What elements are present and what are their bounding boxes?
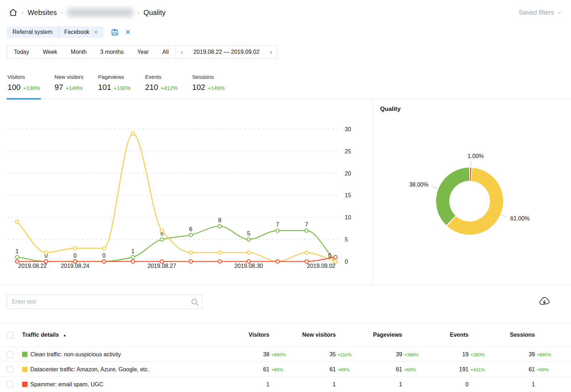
metric-tab-sessions[interactable]: Sessions102+149%	[192, 68, 224, 99]
metric-change: +138%	[23, 85, 40, 91]
filter-chip-label: Facebook	[64, 29, 89, 35]
breadcrumb-site-name-blurred[interactable]	[67, 8, 134, 17]
column-visitors[interactable]: Visitors	[221, 332, 288, 338]
metric-tab-new-visitors[interactable]: New visitors97+149%	[55, 68, 84, 99]
table-cell: 61+69%	[288, 366, 354, 373]
search-input[interactable]	[7, 295, 203, 309]
metric-tab-pageviews[interactable]: Pageviews101+130%	[98, 68, 131, 99]
prev-period-icon[interactable]: ‹	[176, 48, 188, 56]
svg-text:20: 20	[345, 170, 351, 177]
metric-label: New visitors	[55, 74, 84, 80]
table-row[interactable]: Clean traffic: non-suspicious activity38…	[0, 347, 571, 362]
preset-all[interactable]: All	[156, 49, 176, 55]
donut-label-datacenter-traffic: 61.00%	[510, 215, 530, 222]
filter-chip-facebook[interactable]: Facebook ✕	[58, 26, 103, 38]
quality-panel: Quality 1.00%61.00%38.00%	[373, 99, 571, 285]
metric-change: +412%	[161, 85, 177, 91]
donut-label-spammer: 1.00%	[468, 153, 484, 159]
column-pageviews[interactable]: Pageviews	[354, 332, 420, 338]
svg-text:0: 0	[102, 253, 106, 259]
filter-chip-group: Referral system Facebook ✕	[7, 26, 103, 38]
preset-3-months[interactable]: 3 months	[94, 49, 131, 55]
metric-value: 210	[145, 83, 158, 92]
time-range-bar: TodayWeekMonth3 monthsYearAll ‹ 2019.08.…	[7, 45, 277, 59]
table-cell: 35+11k%	[288, 351, 354, 358]
donut-label-clean-traffic: 38.00%	[409, 182, 428, 188]
svg-text:5: 5	[345, 236, 348, 243]
table-cell: 1	[221, 381, 288, 388]
svg-text:2019.08.22: 2019.08.22	[18, 263, 47, 269]
preset-week[interactable]: Week	[36, 49, 64, 55]
table-cell: 61+69%	[354, 366, 420, 373]
column-events[interactable]: Events	[420, 332, 487, 338]
table-cell: 1	[487, 381, 553, 388]
svg-text:1: 1	[16, 248, 19, 254]
table-cell: 38+660%	[221, 351, 288, 358]
metric-change: +130%	[113, 85, 130, 91]
quality-donut-chart[interactable]: 1.00%61.00%38.00%	[373, 99, 571, 285]
row-checkbox[interactable]	[7, 366, 13, 373]
sort-asc-icon: ▲	[63, 333, 66, 337]
row-checkbox[interactable]	[7, 351, 13, 358]
chevron-down-icon: ⌄	[557, 9, 562, 15]
table-cell: 39+680%	[487, 351, 553, 358]
breadcrumb-separator: ›	[61, 9, 62, 16]
table-body: Clean traffic: non-suspicious activity38…	[0, 347, 571, 392]
metric-value: 100	[7, 83, 21, 92]
column-new-visitors[interactable]: New visitors	[288, 332, 354, 338]
svg-text:1: 1	[131, 248, 135, 254]
svg-text:25: 25	[345, 148, 351, 154]
svg-text:7: 7	[276, 222, 279, 228]
preset-today[interactable]: Today	[7, 49, 36, 55]
table-cell: 1	[288, 381, 354, 388]
metric-tab-visitors[interactable]: Visitors100+138%	[7, 68, 40, 99]
svg-text:2019.08.24: 2019.08.24	[61, 263, 89, 269]
preset-year[interactable]: Year	[131, 49, 156, 55]
svg-text:15: 15	[345, 192, 351, 198]
svg-text:2019.08.30: 2019.08.30	[234, 263, 263, 269]
select-all-checkbox[interactable]	[7, 332, 13, 338]
table-row[interactable]: Spammer: email spam, UGC11101	[0, 377, 571, 392]
svg-text:2019.08.27: 2019.08.27	[147, 263, 176, 269]
saved-filters-label: Saved filters	[519, 9, 554, 16]
table-row[interactable]: Datacenter traffic: Amazon, Azure, Googl…	[0, 362, 571, 377]
column-traffic-details[interactable]: Traffic details ▲	[22, 332, 221, 338]
svg-text:10: 10	[345, 214, 351, 220]
metric-tab-events[interactable]: Events210+412%	[145, 68, 178, 99]
row-checkbox[interactable]	[7, 381, 13, 388]
svg-text:8: 8	[218, 217, 221, 223]
traffic-type-label: Datacenter traffic: Amazon, Azure, Googl…	[30, 366, 149, 373]
line-chart-svg[interactable]: 0510152025302019.08.222019.08.242019.08.…	[0, 99, 371, 285]
preset-month[interactable]: Month	[64, 49, 93, 55]
quality-panel-title: Quality	[380, 106, 401, 113]
metric-change: +149%	[66, 85, 82, 91]
home-icon[interactable]	[9, 8, 18, 17]
remove-filter-icon[interactable]: ✕	[94, 29, 98, 35]
table-cell: 1	[354, 381, 420, 388]
floppy-save-icon	[110, 28, 119, 37]
metric-value: 102	[192, 83, 205, 92]
svg-text:0: 0	[74, 253, 77, 259]
series-color-swatch	[22, 382, 27, 387]
column-sessions[interactable]: Sessions	[487, 332, 553, 338]
breadcrumb-separator: ›	[138, 9, 140, 16]
svg-text:5: 5	[247, 230, 250, 236]
filter-chip-referral-system[interactable]: Referral system	[7, 26, 58, 38]
clear-filters-button[interactable]: ✕	[125, 29, 130, 36]
svg-text:0: 0	[345, 259, 348, 265]
metric-value: 101	[98, 83, 111, 92]
column-label: Traffic details	[22, 332, 59, 338]
date-range-text[interactable]: 2019.08.22 — 2019.09.02	[193, 49, 259, 55]
cloud-download-icon[interactable]	[539, 295, 550, 308]
table-toolbar	[0, 285, 571, 317]
breadcrumb-current-quality: Quality	[143, 9, 166, 17]
traffic-type-label: Clean traffic: non-suspicious activity	[30, 351, 121, 358]
breadcrumb-websites[interactable]: Websites	[27, 9, 57, 17]
table-cell: 61+69%	[487, 366, 553, 373]
table-cell: 19+280%	[420, 351, 487, 358]
next-period-icon[interactable]: ›	[265, 48, 277, 56]
saved-filters-dropdown[interactable]: Saved filters ⌄	[519, 9, 562, 16]
save-filter-button[interactable]	[110, 28, 119, 37]
svg-text:30: 30	[345, 126, 351, 132]
date-range-nav: ‹ 2019.08.22 — 2019.09.02 ›	[176, 45, 278, 59]
